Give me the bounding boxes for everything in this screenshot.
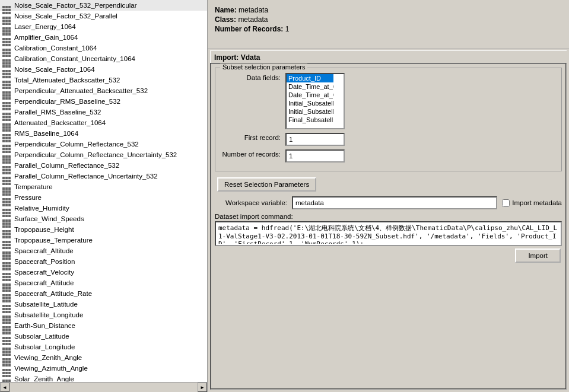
list-item[interactable]: Calibration_Constant_Uncertainty_1064	[0, 53, 207, 64]
list-item-label: Spacecraft_Attitude_Rate	[14, 289, 92, 298]
list-item-label: Calibration_Constant_Uncertainty_1064	[14, 54, 135, 63]
list-item-label: Noise_Scale_Factor_1064	[14, 65, 95, 74]
list-item-label: Solar_Zenith_Angle	[14, 374, 74, 382]
list-item[interactable]: Surface_Wind_Speeds	[0, 213, 207, 224]
workspace-row: Workspace variable: Import metadata	[215, 196, 562, 209]
grid-icon	[2, 129, 12, 138]
list-item-label: Relative_Humidity	[14, 203, 69, 213]
list-item[interactable]: Parallel_Column_Reflectance_532	[0, 160, 207, 171]
list-item[interactable]: Tropopause_Height	[0, 224, 207, 235]
list-item[interactable]: Total_Attenuated_Backscatter_532	[0, 75, 207, 85]
right-panel: Name: metadata Class: metadata Number of…	[208, 0, 569, 392]
list-item[interactable]: Noise_Scale_Factor_1064	[0, 64, 207, 75]
list-item[interactable]: Viewing_Azimuth_Angle	[0, 363, 207, 374]
grid-icon	[2, 279, 12, 287]
list-item[interactable]: Perpendicular_Attenuated_Backscatter_532	[0, 85, 207, 96]
bottom-scrollbar[interactable]: ◄ ►	[0, 382, 207, 392]
list-item[interactable]: Subsolar_Longitude	[0, 342, 207, 352]
list-item-label: Tropopause_Temperature	[14, 235, 93, 245]
data-field-item[interactable]: Date_Time_at_G	[287, 91, 333, 99]
list-item[interactable]: Spacecraft_Altitude	[0, 246, 207, 256]
list-item-label: Surface_Wind_Speeds	[14, 214, 84, 224]
grid-icon	[2, 151, 12, 159]
num-records-input[interactable]	[285, 149, 345, 162]
command-text-inner: metadata = hdfread('E:\湖北电科院系统\文档\4、样例数据…	[218, 224, 558, 244]
list-item[interactable]: Subsolar_Latitude	[0, 331, 207, 342]
scroll-right-arrow[interactable]: ►	[198, 383, 207, 392]
list-item[interactable]: Solar_Zenith_Angle	[0, 374, 207, 382]
list-item[interactable]: Spacecraft_Position	[0, 256, 207, 267]
list-scrollable: Noise_Scale_Factor_532_PerpendicularNois…	[0, 0, 207, 382]
grid-icon	[2, 65, 12, 74]
list-item[interactable]: Noise_Scale_Factor_532_Parallel	[0, 11, 207, 21]
import-button[interactable]: Import	[515, 248, 561, 263]
list-item[interactable]: Calibration_Constant_1064	[0, 43, 207, 53]
list-item[interactable]: Tropopause_Temperature	[0, 235, 207, 246]
list-item[interactable]: Perpendicular_Column_Reflectance_Uncerta…	[0, 149, 207, 160]
list-item-label: Laser_Energy_1064	[14, 22, 76, 31]
list-item-label: Pressure	[14, 193, 42, 202]
list-item[interactable]: Perpendicular_RMS_Baseline_532	[0, 96, 207, 107]
import-meta-checkbox[interactable]	[502, 199, 510, 207]
data-fields-row: Data fields: Product_IDDate_Time_at_GDat…	[220, 73, 557, 129]
grid-icon	[2, 140, 12, 148]
list-item[interactable]: Spacecraft_Attitude	[0, 278, 207, 288]
class-label: Class:	[215, 15, 236, 24]
list-item-label: Attenuated_Backscatter_1064	[14, 118, 106, 128]
button-row: Reset Selection Parameters	[215, 177, 562, 192]
data-field-item[interactable]: Date_Time_at_G	[287, 82, 333, 91]
list-item[interactable]: Noise_Scale_Factor_532_Perpendicular	[0, 0, 207, 11]
data-fields-list[interactable]: Product_IDDate_Time_at_GDate_Time_at_GIn…	[287, 74, 333, 128]
scroll-track[interactable]	[9, 383, 198, 392]
grid-icon	[2, 161, 12, 170]
list-item[interactable]: Relative_Humidity	[0, 203, 207, 213]
class-value: metadata	[238, 15, 268, 24]
list-item[interactable]: Parallel_Column_Reflectance_Uncertainty_…	[0, 171, 207, 181]
data-field-item[interactable]: Initial_Subsatelli	[287, 99, 333, 107]
list-item-label: Perpendicular_Column_Reflectance_532	[14, 139, 139, 149]
list-item[interactable]: Temperature	[0, 181, 207, 192]
scroll-left-arrow[interactable]: ◄	[0, 383, 9, 392]
grid-icon	[2, 321, 12, 330]
grid-icon	[2, 12, 12, 20]
list-item[interactable]: Laser_Energy_1064	[0, 21, 207, 32]
workspace-label: Workspace variable:	[215, 199, 292, 206]
data-fields-label: Data fields:	[220, 73, 285, 81]
grid-icon	[2, 353, 12, 362]
variable-list[interactable]: Noise_Scale_Factor_532_PerpendicularNois…	[0, 0, 207, 382]
workspace-input[interactable]	[292, 196, 497, 209]
class-line: Class: metadata	[215, 15, 562, 24]
grid-icon	[2, 268, 12, 276]
list-item[interactable]: Viewing_Zenith_Angle	[0, 352, 207, 363]
list-item[interactable]: Attenuated_Backscatter_1064	[0, 117, 207, 128]
list-item[interactable]: Pressure	[0, 192, 207, 203]
first-record-label: First record:	[220, 133, 285, 141]
first-record-input[interactable]	[285, 133, 345, 146]
list-item[interactable]: Perpendicular_Column_Reflectance_532	[0, 139, 207, 149]
list-item[interactable]: Spacecraft_Velocity	[0, 267, 207, 278]
subset-group-title: Subset selection parameters	[220, 63, 307, 71]
list-item[interactable]: Amplifier_Gain_1064	[0, 32, 207, 43]
grid-icon	[2, 364, 12, 372]
reset-button[interactable]: Reset Selection Parameters	[217, 177, 316, 192]
list-item-label: Perpendicular_RMS_Baseline_532	[14, 97, 120, 106]
list-item-label: Total_Attenuated_Backscatter_532	[14, 75, 120, 85]
list-item[interactable]: Parallel_RMS_Baseline_532	[0, 107, 207, 117]
list-item[interactable]: Earth-Sun_Distance	[0, 320, 207, 331]
list-item-label: Noise_Scale_Factor_532_Parallel	[14, 11, 117, 21]
records-label: Number of Records:	[215, 25, 283, 33]
data-field-item[interactable]: Product_ID	[287, 74, 333, 82]
list-item[interactable]: Subsatellite_Longitude	[0, 310, 207, 320]
name-line: Name: metadata	[215, 6, 562, 14]
grid-icon	[2, 300, 12, 308]
list-item-label: Spacecraft_Velocity	[14, 267, 74, 277]
list-item[interactable]: Subsatellite_Latitude	[0, 299, 207, 310]
data-field-item[interactable]: Initial_Subsatelli	[287, 107, 333, 116]
data-fields-box: Product_IDDate_Time_at_GDate_Time_at_GIn…	[285, 73, 345, 129]
list-item-label: Parallel_Column_Reflectance_532	[14, 161, 119, 170]
data-field-item[interactable]: Final_Subsatelli	[287, 116, 333, 124]
list-item-label: Tropopause_Height	[14, 225, 74, 234]
list-item[interactable]: Spacecraft_Attitude_Rate	[0, 288, 207, 299]
list-item[interactable]: RMS_Baseline_1064	[0, 128, 207, 139]
list-item-label: RMS_Baseline_1064	[14, 129, 78, 138]
